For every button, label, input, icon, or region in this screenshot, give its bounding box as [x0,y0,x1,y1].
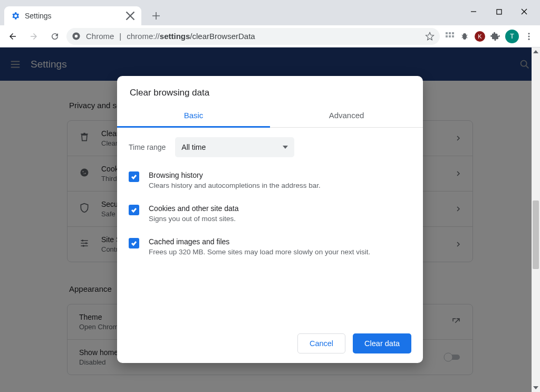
svg-point-9 [528,33,530,34]
window-close-button[interactable] [512,3,537,20]
checkbox-checked-icon[interactable] [129,238,139,248]
vertical-scrollbar[interactable] [532,47,540,392]
svg-rect-5 [452,32,454,34]
reload-button[interactable] [45,27,64,46]
dialog-title: Clear browsing data [117,76,423,106]
new-tab-button[interactable] [149,8,163,23]
scrollbar-thumb[interactable] [533,200,539,269]
time-range-label: Time range [129,143,166,151]
time-range-select[interactable]: All time [175,137,294,157]
clear-data-button[interactable]: Clear data [353,333,411,353]
option-cache[interactable]: Cached images and filesFrees up 320 MB. … [129,237,411,256]
window-controls [461,3,537,20]
gear-icon [11,11,20,21]
star-icon[interactable] [425,32,435,41]
url-text: chrome://settings/clearBrowserData [127,32,255,41]
checkbox-checked-icon[interactable] [129,171,139,182]
kebab-menu-icon[interactable] [524,32,534,41]
svg-rect-3 [446,32,448,34]
svg-rect-0 [497,9,502,14]
browser-toolbar: Chrome | chrome://settings/clearBrowserD… [0,25,540,47]
svg-rect-7 [449,35,451,37]
checkbox-checked-icon[interactable] [129,205,139,215]
url-origin-label: Chrome [86,32,114,41]
svg-point-11 [528,38,530,40]
chrome-icon [72,32,81,41]
close-tab-icon[interactable] [126,11,135,21]
window-maximize-button[interactable] [486,3,512,20]
tab-basic[interactable]: Basic [117,106,270,128]
option-browsing-history[interactable]: Browsing historyClears history and autoc… [129,171,411,189]
bug-icon[interactable] [460,32,469,41]
browser-tab-settings[interactable]: Settings [4,6,141,25]
clear-browsing-data-dialog: Clear browsing data Basic Advanced Time … [117,76,423,363]
chevron-down-icon [283,146,288,149]
puzzle-icon[interactable] [490,32,500,41]
extension-k-icon[interactable]: K [475,31,485,42]
svg-point-10 [528,35,530,37]
apps-icon[interactable] [445,32,455,41]
window-minimize-button[interactable] [461,3,486,20]
window-titlebar: Settings [0,0,540,25]
tab-advanced[interactable]: Advanced [270,106,423,127]
back-button[interactable] [3,27,22,46]
svg-rect-8 [452,35,454,37]
svg-rect-4 [449,32,451,34]
tab-strip: Settings [0,6,163,25]
cancel-button[interactable]: Cancel [297,333,345,353]
svg-point-2 [75,35,78,38]
tab-title: Settings [25,12,52,20]
forward-button[interactable] [24,27,43,46]
time-range-value: All time [181,143,206,151]
svg-rect-6 [446,35,448,37]
profile-avatar[interactable]: T [505,30,519,43]
address-bar[interactable]: Chrome | chrome://settings/clearBrowserD… [66,28,440,45]
option-cookies[interactable]: Cookies and other site dataSigns you out… [129,204,411,223]
extensions-strip: K T [445,30,534,43]
dialog-tabs: Basic Advanced [117,106,423,128]
